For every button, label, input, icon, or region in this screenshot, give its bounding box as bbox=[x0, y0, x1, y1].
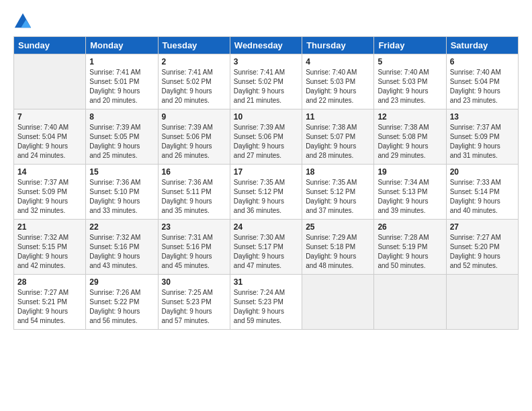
day-cell: 3Sunrise: 7:41 AM Sunset: 5:02 PM Daylig… bbox=[230, 54, 302, 109]
day-info: Sunrise: 7:41 AM Sunset: 5:02 PM Dayligh… bbox=[162, 68, 226, 105]
day-info: Sunrise: 7:32 AM Sunset: 5:15 PM Dayligh… bbox=[17, 233, 82, 271]
day-number: 4 bbox=[306, 57, 370, 66]
day-cell: 20Sunrise: 7:33 AM Sunset: 5:14 PM Dayli… bbox=[446, 165, 518, 220]
day-number: 19 bbox=[378, 167, 442, 177]
day-info: Sunrise: 7:36 AM Sunset: 5:10 PM Dayligh… bbox=[89, 178, 154, 216]
day-cell: 21Sunrise: 7:32 AM Sunset: 5:15 PM Dayli… bbox=[14, 220, 86, 275]
day-number: 7 bbox=[17, 112, 82, 122]
day-cell bbox=[374, 275, 446, 330]
day-info: Sunrise: 7:41 AM Sunset: 5:01 PM Dayligh… bbox=[89, 68, 154, 105]
day-info: Sunrise: 7:27 AM Sunset: 5:21 PM Dayligh… bbox=[17, 288, 82, 326]
header-cell-sunday: Sunday bbox=[14, 37, 86, 54]
day-info: Sunrise: 7:27 AM Sunset: 5:20 PM Dayligh… bbox=[450, 233, 515, 271]
day-number: 8 bbox=[89, 112, 154, 122]
day-info: Sunrise: 7:38 AM Sunset: 5:07 PM Dayligh… bbox=[306, 123, 370, 161]
day-info: Sunrise: 7:40 AM Sunset: 5:04 PM Dayligh… bbox=[17, 123, 82, 161]
day-cell bbox=[446, 275, 518, 330]
day-cell: 28Sunrise: 7:27 AM Sunset: 5:21 PM Dayli… bbox=[14, 275, 86, 330]
day-number: 6 bbox=[450, 57, 515, 66]
day-cell: 5Sunrise: 7:40 AM Sunset: 5:03 PM Daylig… bbox=[374, 54, 446, 109]
day-cell: 25Sunrise: 7:29 AM Sunset: 5:18 PM Dayli… bbox=[302, 220, 374, 275]
day-info: Sunrise: 7:37 AM Sunset: 5:09 PM Dayligh… bbox=[17, 178, 82, 216]
day-number: 16 bbox=[162, 167, 226, 177]
header bbox=[13, 12, 519, 31]
day-info: Sunrise: 7:39 AM Sunset: 5:06 PM Dayligh… bbox=[162, 123, 226, 161]
day-number: 18 bbox=[306, 167, 370, 177]
day-cell: 17Sunrise: 7:35 AM Sunset: 5:12 PM Dayli… bbox=[230, 165, 302, 220]
day-info: Sunrise: 7:24 AM Sunset: 5:23 PM Dayligh… bbox=[234, 288, 298, 326]
day-cell: 9Sunrise: 7:39 AM Sunset: 5:06 PM Daylig… bbox=[158, 109, 230, 165]
calendar-body: 1Sunrise: 7:41 AM Sunset: 5:01 PM Daylig… bbox=[14, 54, 519, 330]
day-cell: 14Sunrise: 7:37 AM Sunset: 5:09 PM Dayli… bbox=[14, 165, 86, 220]
day-number: 1 bbox=[89, 57, 154, 66]
day-number: 26 bbox=[378, 222, 442, 232]
day-info: Sunrise: 7:31 AM Sunset: 5:16 PM Dayligh… bbox=[162, 233, 226, 271]
day-info: Sunrise: 7:33 AM Sunset: 5:14 PM Dayligh… bbox=[450, 178, 515, 216]
calendar-header-row: SundayMondayTuesdayWednesdayThursdayFrid… bbox=[14, 37, 519, 54]
day-cell: 13Sunrise: 7:37 AM Sunset: 5:09 PM Dayli… bbox=[446, 109, 518, 165]
day-number: 23 bbox=[162, 222, 226, 232]
day-info: Sunrise: 7:36 AM Sunset: 5:11 PM Dayligh… bbox=[162, 178, 226, 216]
week-row-2: 14Sunrise: 7:37 AM Sunset: 5:09 PM Dayli… bbox=[14, 165, 519, 220]
day-info: Sunrise: 7:30 AM Sunset: 5:17 PM Dayligh… bbox=[234, 233, 298, 271]
day-cell: 8Sunrise: 7:39 AM Sunset: 5:05 PM Daylig… bbox=[86, 109, 158, 165]
day-cell: 27Sunrise: 7:27 AM Sunset: 5:20 PM Dayli… bbox=[446, 220, 518, 275]
day-info: Sunrise: 7:37 AM Sunset: 5:09 PM Dayligh… bbox=[450, 123, 515, 161]
logo bbox=[13, 12, 35, 31]
week-row-4: 28Sunrise: 7:27 AM Sunset: 5:21 PM Dayli… bbox=[14, 275, 519, 330]
day-cell: 7Sunrise: 7:40 AM Sunset: 5:04 PM Daylig… bbox=[14, 109, 86, 165]
day-cell: 19Sunrise: 7:34 AM Sunset: 5:13 PM Dayli… bbox=[374, 165, 446, 220]
header-cell-monday: Monday bbox=[86, 37, 158, 54]
day-number: 20 bbox=[450, 167, 515, 177]
header-cell-saturday: Saturday bbox=[446, 37, 518, 54]
day-info: Sunrise: 7:35 AM Sunset: 5:12 PM Dayligh… bbox=[234, 178, 298, 216]
day-info: Sunrise: 7:28 AM Sunset: 5:19 PM Dayligh… bbox=[378, 233, 442, 271]
day-cell: 11Sunrise: 7:38 AM Sunset: 5:07 PM Dayli… bbox=[302, 109, 374, 165]
day-number: 27 bbox=[450, 222, 515, 232]
header-cell-thursday: Thursday bbox=[302, 37, 374, 54]
day-number: 13 bbox=[450, 112, 515, 122]
day-cell: 22Sunrise: 7:32 AM Sunset: 5:16 PM Dayli… bbox=[86, 220, 158, 275]
day-number: 29 bbox=[89, 277, 154, 287]
day-info: Sunrise: 7:25 AM Sunset: 5:23 PM Dayligh… bbox=[162, 288, 226, 326]
day-cell: 23Sunrise: 7:31 AM Sunset: 5:16 PM Dayli… bbox=[158, 220, 230, 275]
day-cell: 15Sunrise: 7:36 AM Sunset: 5:10 PM Dayli… bbox=[86, 165, 158, 220]
day-info: Sunrise: 7:40 AM Sunset: 5:03 PM Dayligh… bbox=[306, 68, 370, 105]
day-info: Sunrise: 7:41 AM Sunset: 5:02 PM Dayligh… bbox=[234, 68, 298, 105]
day-info: Sunrise: 7:35 AM Sunset: 5:12 PM Dayligh… bbox=[306, 178, 370, 216]
day-cell: 12Sunrise: 7:38 AM Sunset: 5:08 PM Dayli… bbox=[374, 109, 446, 165]
week-row-1: 7Sunrise: 7:40 AM Sunset: 5:04 PM Daylig… bbox=[14, 109, 519, 165]
day-number: 17 bbox=[234, 167, 298, 177]
day-cell bbox=[302, 275, 374, 330]
week-row-0: 1Sunrise: 7:41 AM Sunset: 5:01 PM Daylig… bbox=[14, 54, 519, 109]
day-number: 2 bbox=[162, 57, 226, 66]
day-number: 24 bbox=[234, 222, 298, 232]
calendar-table: SundayMondayTuesdayWednesdayThursdayFrid… bbox=[13, 36, 519, 330]
day-cell: 26Sunrise: 7:28 AM Sunset: 5:19 PM Dayli… bbox=[374, 220, 446, 275]
day-info: Sunrise: 7:26 AM Sunset: 5:22 PM Dayligh… bbox=[89, 288, 154, 326]
day-cell: 31Sunrise: 7:24 AM Sunset: 5:23 PM Dayli… bbox=[230, 275, 302, 330]
calendar-page: SundayMondayTuesdayWednesdayThursdayFrid… bbox=[0, 0, 532, 411]
header-cell-friday: Friday bbox=[374, 37, 446, 54]
day-info: Sunrise: 7:34 AM Sunset: 5:13 PM Dayligh… bbox=[378, 178, 442, 216]
day-cell: 1Sunrise: 7:41 AM Sunset: 5:01 PM Daylig… bbox=[86, 54, 158, 109]
day-cell: 18Sunrise: 7:35 AM Sunset: 5:12 PM Dayli… bbox=[302, 165, 374, 220]
day-number: 31 bbox=[234, 277, 298, 287]
day-number: 25 bbox=[306, 222, 370, 232]
day-info: Sunrise: 7:39 AM Sunset: 5:06 PM Dayligh… bbox=[234, 123, 298, 161]
day-cell: 4Sunrise: 7:40 AM Sunset: 5:03 PM Daylig… bbox=[302, 54, 374, 109]
logo-icon bbox=[13, 12, 32, 31]
day-info: Sunrise: 7:29 AM Sunset: 5:18 PM Dayligh… bbox=[306, 233, 370, 271]
day-number: 3 bbox=[234, 57, 298, 66]
day-info: Sunrise: 7:39 AM Sunset: 5:05 PM Dayligh… bbox=[89, 123, 154, 161]
day-cell: 16Sunrise: 7:36 AM Sunset: 5:11 PM Dayli… bbox=[158, 165, 230, 220]
day-number: 21 bbox=[17, 222, 82, 232]
day-cell: 24Sunrise: 7:30 AM Sunset: 5:17 PM Dayli… bbox=[230, 220, 302, 275]
header-cell-wednesday: Wednesday bbox=[230, 37, 302, 54]
day-number: 15 bbox=[89, 167, 154, 177]
header-cell-tuesday: Tuesday bbox=[158, 37, 230, 54]
day-info: Sunrise: 7:32 AM Sunset: 5:16 PM Dayligh… bbox=[89, 233, 154, 271]
week-row-3: 21Sunrise: 7:32 AM Sunset: 5:15 PM Dayli… bbox=[14, 220, 519, 275]
day-number: 11 bbox=[306, 112, 370, 122]
day-cell bbox=[14, 54, 86, 109]
